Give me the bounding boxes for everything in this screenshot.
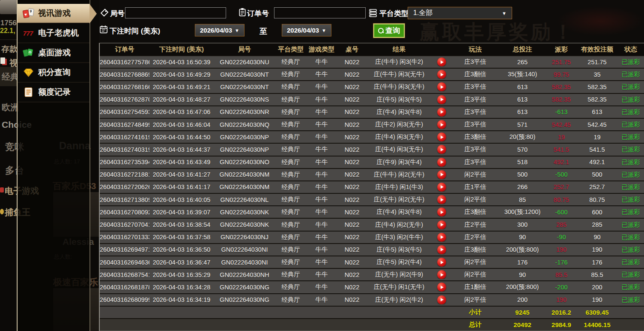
platform-type: 经典厅	[275, 233, 306, 241]
play-button[interactable]	[437, 283, 446, 292]
table-no: N022	[337, 134, 367, 141]
date-from-picker[interactable]: 2026/04/03 ▼	[195, 24, 244, 36]
bet-time: 2026-04-03 16:41:17	[149, 184, 214, 190]
result: 庄(牛9) 闲3(牛4)	[367, 158, 431, 166]
column-header-game-type: 游戏类型	[306, 45, 337, 54]
query-button[interactable]: 查询	[373, 24, 405, 38]
order-no: 260403162713809	[100, 196, 149, 203]
menu-item-table-games[interactable]: $ 桌面游戏	[18, 43, 89, 63]
table-row: 2604031627070412026-04-03 16:38:54GN0222…	[100, 218, 644, 230]
play-icon	[441, 198, 444, 202]
play-icon	[441, 173, 444, 176]
result: 庄(牛5) 闲3(牛5)	[367, 246, 431, 254]
play-button[interactable]	[437, 70, 446, 79]
column-header-bet-time: 下注时间 (美东)	[149, 45, 214, 54]
play-button[interactable]	[437, 270, 446, 279]
round-no: GN022264030NQ	[214, 121, 275, 128]
play	[431, 270, 452, 279]
play-button[interactable]	[437, 108, 446, 117]
total-bet: 176	[499, 259, 546, 266]
platform-type: 经典厅	[275, 83, 306, 91]
payout: 99.75	[546, 71, 577, 78]
platform-type-value: 1.全部	[413, 9, 432, 18]
play-button[interactable]	[437, 120, 446, 129]
total-bet: 90	[499, 234, 546, 241]
table-no: N022	[337, 234, 367, 241]
table-no: N022	[337, 246, 367, 253]
payout: 252.7	[546, 184, 577, 190]
table-no: N022	[337, 59, 367, 66]
column-header-play-type: 玩法	[452, 45, 499, 54]
subtotal-bet: 9245	[499, 309, 546, 316]
order-no-input[interactable]	[274, 7, 366, 18]
status: 已派彩	[617, 70, 644, 78]
platform-type: 经典厅	[275, 246, 306, 254]
order-no: 260403162754593	[100, 108, 149, 115]
play-type: 庄3平倍	[452, 108, 499, 116]
deposit-label: 存款	[1, 44, 18, 55]
table-row: 2604031626949712026-04-03 16:36:50GN0222…	[100, 243, 644, 256]
bet-time: 2026-04-03 16:44:37	[149, 146, 214, 153]
play-type: 庄3翻倍	[452, 133, 499, 141]
column-header-payout: 派彩	[546, 45, 577, 54]
game-type: 牛牛	[306, 221, 337, 229]
play-button[interactable]	[437, 295, 446, 304]
play-button[interactable]	[437, 195, 446, 204]
play-button[interactable]	[437, 82, 446, 91]
status: 已派彩	[617, 120, 644, 129]
document-icon	[23, 87, 34, 97]
table-row: 2604031627080922026-04-03 16:39:07GN0222…	[100, 205, 644, 218]
total-bet: 85	[499, 196, 546, 203]
round-no: GN022264030NT	[214, 71, 275, 78]
play-button[interactable]	[437, 233, 446, 242]
valid-bet: 600	[577, 209, 617, 216]
total-bet: 613	[499, 96, 546, 103]
date-to-picker[interactable]: 2026/04/03 ▼	[282, 24, 331, 36]
play-button[interactable]	[437, 132, 446, 141]
play-icon	[441, 248, 444, 251]
round-no-input[interactable]	[125, 7, 226, 18]
menu-item-points-query[interactable]: 积分查询	[18, 63, 89, 83]
play-button[interactable]	[437, 145, 446, 154]
bet-time: 2026-04-03 16:35:29	[149, 271, 214, 278]
play-button[interactable]	[437, 245, 446, 254]
payout: 285	[546, 221, 577, 228]
play-button[interactable]	[437, 170, 446, 179]
to-label: 至	[259, 26, 267, 36]
result: 庄(无牛) 闲1(无牛)	[367, 283, 431, 291]
result: 庄(牛2) 闲3(无牛)	[367, 120, 431, 129]
total-bet: 200(预:800)	[499, 246, 546, 254]
bet-time: 2026-04-03 16:49:29	[149, 71, 214, 78]
play-button[interactable]	[437, 258, 446, 267]
game-type: 牛牛	[306, 108, 337, 116]
round-no: GN022264030NP	[214, 146, 275, 153]
menu-item-credit-records[interactable]: 额度记录	[18, 83, 89, 102]
play-button[interactable]	[437, 208, 446, 217]
platform-type: 经典厅	[275, 221, 306, 229]
play-button[interactable]	[437, 57, 446, 66]
column-header-total-bet: 总投注	[499, 45, 546, 54]
order-no: 260403162680999	[100, 296, 149, 303]
divider	[0, 39, 17, 40]
play	[431, 208, 452, 217]
valid-bet: 90	[577, 234, 617, 241]
round-no: GN022264030NT	[214, 84, 275, 90]
play-button[interactable]	[437, 220, 446, 229]
status: 已派彩	[617, 133, 644, 141]
platform-type: 经典厅	[275, 145, 306, 153]
bet-time: 2026-04-03 16:39:07	[149, 209, 214, 216]
play-button[interactable]	[437, 183, 446, 192]
menu-item-slots[interactable]: 777 电子老虎机	[18, 24, 89, 43]
bet-time: 2026-04-03 16:44:50	[149, 134, 214, 141]
table-row: 2604031627545932026-04-03 16:47:06GN0222…	[100, 105, 644, 118]
menu-item-video-games[interactable]: 9♥ 视讯游戏	[18, 4, 89, 24]
game-type: 牛牛	[306, 296, 337, 304]
platform-type-select[interactable]: 1.全部 ▼	[408, 7, 512, 19]
total-bet: 265	[499, 59, 546, 66]
play-button[interactable]	[437, 95, 446, 104]
play	[431, 283, 452, 292]
play-button[interactable]	[437, 158, 446, 167]
play	[431, 220, 452, 229]
payout: -90	[546, 234, 577, 241]
game-type: 牛牛	[306, 70, 337, 78]
